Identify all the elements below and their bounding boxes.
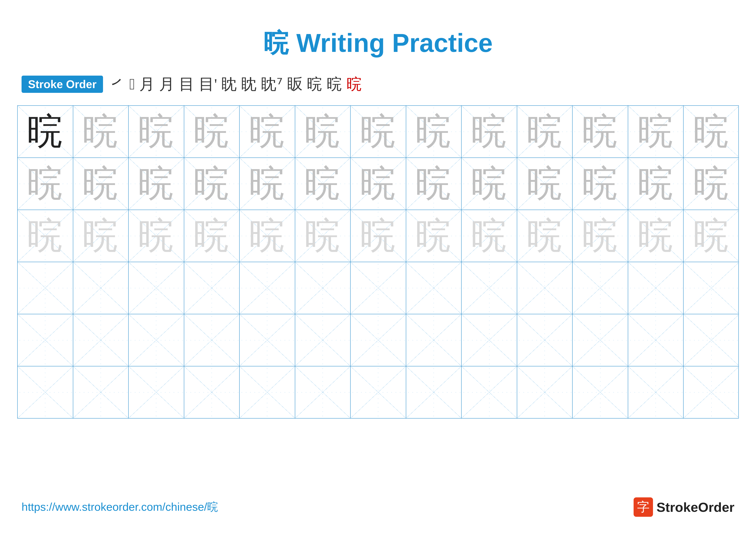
- grid-cell-5-1[interactable]: [18, 314, 73, 366]
- grid-cell-1-6[interactable]: 晥: [295, 106, 351, 158]
- grid-row-5: [18, 314, 738, 367]
- stroke-3: 月: [139, 74, 155, 94]
- stroke-order-badge: Stroke Order: [21, 76, 103, 93]
- grid-cell-4-8[interactable]: [406, 262, 462, 314]
- practice-grid: 晥 晥 晥 晥 晥 晥 晥 晥 晥 晥 晥 晥 晥 晥 晥 晥 晥 晥 晥 晥 …: [17, 105, 739, 419]
- grid-cell-1-12[interactable]: 晥: [628, 106, 684, 158]
- grid-cell-3-4[interactable]: 晥: [184, 210, 240, 262]
- grid-cell-5-12[interactable]: [628, 314, 684, 366]
- grid-cell-3-12[interactable]: 晥: [628, 210, 684, 262]
- grid-cell-1-9[interactable]: 晥: [462, 106, 517, 158]
- grid-cell-4-11[interactable]: [573, 262, 628, 314]
- grid-cell-2-8[interactable]: 晥: [406, 158, 462, 210]
- grid-cell-4-3[interactable]: [129, 262, 184, 314]
- grid-cell-6-2[interactable]: [73, 367, 129, 418]
- grid-cell-4-4[interactable]: [184, 262, 240, 314]
- stroke-12: 晥: [327, 74, 342, 94]
- char-display: 晥: [27, 113, 64, 150]
- grid-cell-6-6[interactable]: [295, 367, 351, 418]
- grid-cell-4-9[interactable]: [462, 262, 517, 314]
- grid-cell-2-3[interactable]: 晥: [129, 158, 184, 210]
- grid-cell-1-7[interactable]: 晥: [351, 106, 406, 158]
- grid-cell-2-12[interactable]: 晥: [628, 158, 684, 210]
- grid-cell-2-5[interactable]: 晥: [240, 158, 295, 210]
- grid-cell-2-1[interactable]: 晥: [18, 158, 73, 210]
- grid-cell-4-12[interactable]: [628, 262, 684, 314]
- grid-cell-3-13[interactable]: 晥: [684, 210, 739, 262]
- grid-cell-6-9[interactable]: [462, 367, 517, 418]
- grid-cell-4-10[interactable]: [517, 262, 573, 314]
- grid-cell-3-11[interactable]: 晥: [573, 210, 628, 262]
- grid-cell-5-5[interactable]: [240, 314, 295, 366]
- grid-cell-2-6[interactable]: 晥: [295, 158, 351, 210]
- grid-cell-6-12[interactable]: [628, 367, 684, 418]
- grid-cell-3-9[interactable]: 晥: [462, 210, 517, 262]
- grid-cell-5-7[interactable]: [351, 314, 406, 366]
- stroke-4: 月: [159, 74, 175, 94]
- grid-cell-5-8[interactable]: [406, 314, 462, 366]
- logo-icon: 字: [634, 497, 653, 517]
- logo-text: StrokeOrder: [657, 499, 735, 515]
- stroke-6: 目': [199, 74, 217, 94]
- grid-cell-5-11[interactable]: [573, 314, 628, 366]
- grid-cell-2-7[interactable]: 晥: [351, 158, 406, 210]
- grid-cell-1-10[interactable]: 晥: [517, 106, 573, 158]
- footer: https://www.strokeorder.com/chinese/晥 字 …: [0, 497, 756, 517]
- grid-cell-5-10[interactable]: [517, 314, 573, 366]
- grid-cell-6-4[interactable]: [184, 367, 240, 418]
- page-title: 晥 Writing Practice: [0, 0, 756, 74]
- grid-cell-5-13[interactable]: [684, 314, 739, 366]
- grid-cell-3-2[interactable]: 晥: [73, 210, 129, 262]
- grid-cell-3-6[interactable]: 晥: [295, 210, 351, 262]
- grid-cell-3-10[interactable]: 晥: [517, 210, 573, 262]
- grid-cell-2-9[interactable]: 晥: [462, 158, 517, 210]
- grid-cell-3-1[interactable]: 晥: [18, 210, 73, 262]
- grid-cell-6-7[interactable]: [351, 367, 406, 418]
- footer-url[interactable]: https://www.strokeorder.com/chinese/晥: [21, 499, 218, 515]
- stroke-9: 眈⁷: [261, 74, 283, 94]
- grid-cell-1-8[interactable]: 晥: [406, 106, 462, 158]
- grid-cell-6-13[interactable]: [684, 367, 739, 418]
- stroke-13-final: 晥: [346, 74, 362, 94]
- grid-cell-1-3[interactable]: 晥: [129, 106, 184, 158]
- grid-cell-4-5[interactable]: [240, 262, 295, 314]
- grid-cell-2-4[interactable]: 晥: [184, 158, 240, 210]
- grid-cell-5-2[interactable]: [73, 314, 129, 366]
- grid-cell-4-6[interactable]: [295, 262, 351, 314]
- grid-cell-5-6[interactable]: [295, 314, 351, 366]
- grid-cell-2-10[interactable]: 晥: [517, 158, 573, 210]
- grid-cell-1-11[interactable]: 晥: [573, 106, 628, 158]
- grid-cell-4-13[interactable]: [684, 262, 739, 314]
- grid-cell-3-3[interactable]: 晥: [129, 210, 184, 262]
- stroke-5: 目: [179, 74, 194, 94]
- grid-cell-6-3[interactable]: [129, 367, 184, 418]
- grid-cell-4-7[interactable]: [351, 262, 406, 314]
- grid-cell-5-4[interactable]: [184, 314, 240, 366]
- grid-cell-6-11[interactable]: [573, 367, 628, 418]
- footer-logo: 字 StrokeOrder: [634, 497, 735, 517]
- stroke-1: ㇒: [109, 74, 125, 94]
- grid-cell-2-2[interactable]: 晥: [73, 158, 129, 210]
- grid-cell-6-1[interactable]: [18, 367, 73, 418]
- grid-cell-4-1[interactable]: [18, 262, 73, 314]
- grid-cell-2-11[interactable]: 晥: [573, 158, 628, 210]
- grid-cell-1-4[interactable]: 晥: [184, 106, 240, 158]
- stroke-11: 晥: [307, 74, 322, 94]
- grid-cell-4-2[interactable]: [73, 262, 129, 314]
- grid-cell-1-13[interactable]: 晥: [684, 106, 739, 158]
- grid-cell-2-13[interactable]: 晥: [684, 158, 739, 210]
- stroke-order-row: Stroke Order ㇒ 𠃍 月 月 目 目' 眈 眈 眈⁷ 眅 晥 晥 晥: [0, 74, 756, 94]
- grid-cell-5-3[interactable]: [129, 314, 184, 366]
- grid-cell-3-8[interactable]: 晥: [406, 210, 462, 262]
- grid-cell-3-5[interactable]: 晥: [240, 210, 295, 262]
- grid-row-2: 晥 晥 晥 晥 晥 晥 晥 晥 晥 晥 晥 晥 晥: [18, 158, 738, 210]
- grid-cell-1-2[interactable]: 晥: [73, 106, 129, 158]
- grid-row-6: [18, 367, 738, 418]
- grid-cell-5-9[interactable]: [462, 314, 517, 366]
- grid-cell-6-8[interactable]: [406, 367, 462, 418]
- grid-cell-3-7[interactable]: 晥: [351, 210, 406, 262]
- grid-cell-1-5[interactable]: 晥: [240, 106, 295, 158]
- grid-cell-1-1[interactable]: 晥: [18, 106, 73, 158]
- grid-cell-6-5[interactable]: [240, 367, 295, 418]
- grid-cell-6-10[interactable]: [517, 367, 573, 418]
